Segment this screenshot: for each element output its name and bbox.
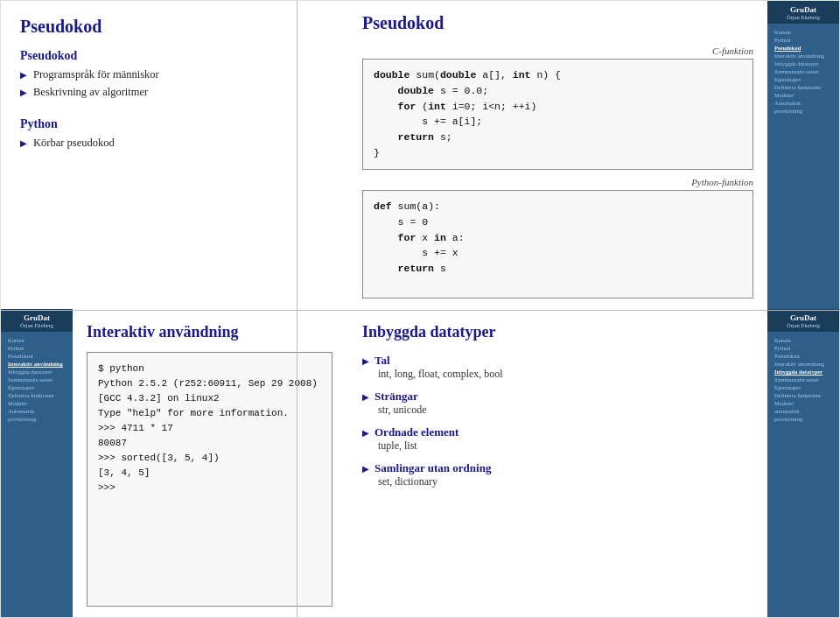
sidebar2-nav: Kursen Python Pseudokod Interaktiv använ… <box>767 24 839 119</box>
sidebar4-egenskaper[interactable]: Egenskaper <box>774 384 832 390</box>
sidebar2-sammansatta[interactable]: Sammansatta satser <box>774 68 832 74</box>
c-function-code-box: double sum(double a[], int n) { double s… <box>362 59 753 170</box>
sidebar4-moduler[interactable]: Moduler <box>774 400 832 406</box>
sidebar2-python[interactable]: Python <box>774 37 832 43</box>
sidebar3-nav: Kursen Python Pseudokod Interaktiv använ… <box>1 332 73 427</box>
sidebar3-provkorning[interactable]: provkörning <box>8 416 66 422</box>
slide-2-content: Pseudokod C-funktion double sum(double a… <box>348 1 767 309</box>
bullet-ordnade: ▶ <box>362 428 369 438</box>
sidebar3-python[interactable]: Python <box>8 345 66 351</box>
item-tal-detail: int, long, float, complex, bool <box>362 368 752 381</box>
sidebar4-grudat: GruDat <box>773 313 834 322</box>
sidebar3-definiera[interactable]: Definiera funktioner <box>8 392 66 398</box>
slide1-section1-title: Pseudokod <box>20 49 331 63</box>
slide-3-sidebar: GruDat Örjan Ekeberg Kursen Python Pseud… <box>1 309 73 617</box>
c-function-label: C-funktion <box>362 46 753 56</box>
sidebar4-kursen[interactable]: Kursen <box>774 337 832 343</box>
sidebar3-kursen[interactable]: Kursen <box>8 337 66 343</box>
sidebar4-provkorning[interactable]: provkörning <box>774 416 832 422</box>
sidebar2-header: GruDat Örjan Ekeberg <box>767 1 839 24</box>
slide1-item-1: Programspråk för människor <box>33 68 159 81</box>
sidebar2-grudat: GruDat <box>773 5 834 14</box>
bullet-arrow-1: ▶ <box>20 70 27 80</box>
slide-4-content: Inbyggda datatyper ▶ Tal int, long, floa… <box>348 309 767 617</box>
sidebar3-sammansatta[interactable]: Sammansatta satser <box>8 376 66 383</box>
sidebar4-definiera[interactable]: Definiera funktioner <box>774 392 832 398</box>
list-item-strangar: ▶ Strängar str, unicode <box>362 390 752 417</box>
python-function-label: Python-funktion <box>362 177 753 187</box>
sidebar4-author: Örjan Ekeberg <box>773 322 834 328</box>
bullet-arrow-2: ▶ <box>20 88 27 97</box>
sidebar2-automatisk[interactable]: Automatisk <box>774 100 832 106</box>
bullet-strangar: ▶ <box>362 392 369 402</box>
sidebar4-inbyggda[interactable]: Inbyggda datatyper <box>774 369 832 375</box>
sidebar4-header: GruDat Örjan Ekeberg <box>767 309 839 332</box>
sidebar4-sammansatta[interactable]: Sammansatta satser <box>774 376 832 383</box>
sidebar2-moduler[interactable]: Moduler <box>774 92 832 98</box>
slide3-title: Interaktiv användning <box>87 323 332 341</box>
python-function-code-box: def sum(a): s = 0 for x in a: s += x ret… <box>362 190 753 298</box>
item-ordnade-label: Ordnade element <box>374 425 458 439</box>
sidebar2-definiera[interactable]: Definiera funktioner <box>774 84 832 90</box>
sidebar4-pseudokod[interactable]: Pseudokod <box>774 353 832 359</box>
sidebar3-automatisk[interactable]: Automatisk <box>8 408 66 414</box>
c-function-panel: C-funktion double sum(double a[], int n)… <box>362 46 753 170</box>
item-ordnade-detail: tuple, list <box>362 439 752 453</box>
item-strangar-label: Strängar <box>374 390 418 404</box>
sidebar2-provkorning[interactable]: provkörning <box>774 108 832 114</box>
bullet-tal: ▶ <box>362 356 369 366</box>
sidebar3-header: GruDat Örjan Ekeberg <box>1 309 73 332</box>
sidebar3-author: Örjan Ekeberg <box>6 322 67 328</box>
sidebar3-moduler[interactable]: Moduler <box>8 400 66 406</box>
item-samlingar-label: Samlingar utan ordning <box>374 461 491 475</box>
list-item-ordnade: ▶ Ordnade element tuple, list <box>362 425 752 453</box>
sidebar4-interaktiv[interactable]: Interaktiv användning <box>774 361 832 367</box>
sidebar2-kursen[interactable]: Kursen <box>774 29 832 35</box>
sidebar4-automatisk[interactable]: automatisk <box>774 408 832 414</box>
python-function-panel: Python-funktion def sum(a): s = 0 for x … <box>362 177 753 298</box>
slide3-terminal: $ python Python 2.5.2 (r252:60911, Sep 2… <box>87 352 332 607</box>
sidebar2-interaktiv[interactable]: Interaktiv användning <box>774 53 832 59</box>
slide1-item-3: Körbar pseudokod <box>33 137 115 150</box>
sidebar4-python[interactable]: Python <box>774 345 832 351</box>
slide2-title: Pseudokod <box>362 13 753 33</box>
item-strangar-detail: str, unicode <box>362 404 752 417</box>
list-item-samlingar: ▶ Samlingar utan ordning set, dictionary <box>362 461 752 488</box>
slide1-section2-title: Python <box>20 117 331 131</box>
bullet-samlingar: ▶ <box>362 464 369 474</box>
sidebar3-interaktiv[interactable]: Interaktiv användning <box>8 361 66 367</box>
slide4-items: ▶ Tal int, long, float, complex, bool ▶ … <box>362 354 752 488</box>
sidebar2-inbyggda[interactable]: Inbyggda datatyper <box>774 60 832 67</box>
bullet-arrow-3: ▶ <box>20 138 27 148</box>
sidebar3-egenskaper[interactable]: Egenskaper <box>8 384 66 390</box>
sidebar3-grudat: GruDat <box>6 313 67 322</box>
slide4-title: Inbyggda datatyper <box>362 323 752 341</box>
slide-2-sidebar: GruDat Örjan Ekeberg Kursen Python Pseud… <box>767 1 839 309</box>
slide-4-sidebar: GruDat Örjan Ekeberg Kursen Python Pseud… <box>767 309 839 617</box>
list-item-tal: ▶ Tal int, long, float, complex, bool <box>362 354 752 381</box>
slide1-item-2: Beskrivning av algoritmer <box>33 86 148 99</box>
item-samlingar-detail: set, dictionary <box>362 475 752 488</box>
sidebar2-egenskaper[interactable]: Egenskaper <box>774 76 832 82</box>
sidebar2-author: Örjan Ekeberg <box>773 14 834 20</box>
sidebar4-nav: Kursen Python Pseudokod Interaktiv använ… <box>767 332 839 427</box>
sidebar2-pseudokod[interactable]: Pseudokod <box>774 45 832 51</box>
item-tal-label: Tal <box>374 354 390 368</box>
sidebar3-inbyggda[interactable]: Inbyggda datatyper <box>8 369 66 375</box>
slide1-title: Pseudokod <box>20 17 331 37</box>
sidebar3-pseudokod[interactable]: Pseudokod <box>8 353 66 359</box>
